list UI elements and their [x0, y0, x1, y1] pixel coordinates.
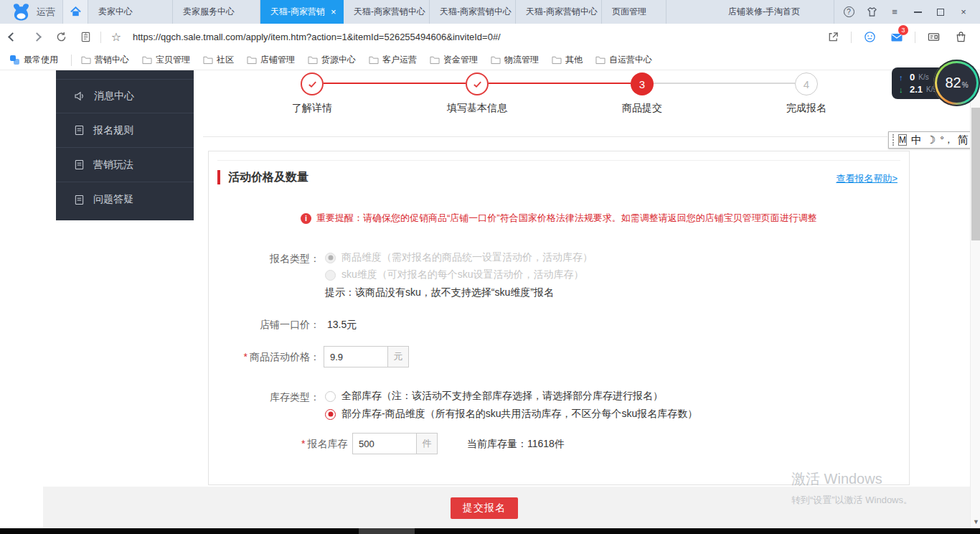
- list-price-label: 店铺一口价：: [209, 319, 320, 332]
- bookmark-folder-shop-mgmt[interactable]: 店铺管理: [240, 54, 301, 66]
- radio-selected[interactable]: [325, 409, 336, 420]
- tab-seller-center[interactable]: 卖家中心: [88, 0, 173, 24]
- bookmark-folder-other[interactable]: 其他: [545, 54, 589, 66]
- radio-disabled[interactable]: [325, 270, 336, 281]
- bookmark-most-used[interactable]: 最常使用: [0, 54, 68, 66]
- skin-icon[interactable]: [864, 4, 880, 20]
- ime-moon-icon[interactable]: ☽: [926, 134, 936, 146]
- stock-type-label: 库存类型：: [209, 391, 320, 404]
- minimize-button[interactable]: [910, 4, 925, 20]
- scrollbar-thumb[interactable]: [971, 108, 980, 240]
- menu-icon[interactable]: ≡: [887, 4, 903, 20]
- bookmark-folder-marketing[interactable]: 营销中心: [75, 54, 136, 66]
- browser-window: 运营 卖家中心 卖家服务中心 天猫-商家营销 × 天猫-商家营销中心 天猫-商家…: [0, 0, 980, 534]
- sidebar-item-apply-rules[interactable]: 报名规则: [56, 113, 194, 148]
- folder-icon: [491, 55, 501, 65]
- stock-type-option-all: 全部库存（注：该活动不支持全部库存选择，请选择部分库存进行报名）: [325, 390, 663, 403]
- radio-disabled-selected[interactable]: [325, 253, 336, 263]
- apply-stock-input[interactable]: [352, 433, 417, 454]
- bookmark-folder-community[interactable]: 社区: [197, 54, 240, 66]
- favorite-star-icon[interactable]: ☆: [104, 24, 128, 50]
- warning-banner: i 重要提醒：请确保您的促销商品“店铺一口价”符合国家价格法律法规要求。如需调整…: [301, 212, 817, 225]
- folder-icon: [203, 55, 213, 65]
- tab-seller-service-center[interactable]: 卖家服务中心: [173, 0, 260, 24]
- bookmark-folder-items[interactable]: 宝贝管理: [136, 54, 197, 66]
- tab-tmall-marketing-active[interactable]: 天猫-商家营销 ×: [260, 0, 344, 24]
- memory-usage-ring[interactable]: 82 %: [933, 60, 980, 106]
- workbench-mode-label[interactable]: 运营: [37, 0, 55, 24]
- apply-type-label: 报名类型：: [209, 253, 320, 266]
- submit-button[interactable]: 提交报名: [451, 497, 518, 519]
- upload-speed-value: 0: [910, 72, 915, 83]
- close-button[interactable]: ×: [956, 4, 971, 20]
- share-icon[interactable]: [821, 27, 845, 48]
- bookmark-folder-logistics[interactable]: 物流管理: [484, 54, 545, 66]
- folder-icon: [81, 55, 91, 65]
- tab-shop-decoration[interactable]: 店铺装修-手淘首页: [718, 0, 834, 24]
- bookmark-folder-customer[interactable]: 客户运营: [362, 54, 423, 66]
- ime-mode-button[interactable]: M: [898, 134, 907, 146]
- ime-lang-button[interactable]: 中: [911, 134, 922, 147]
- tab-tmall-marketing-center-3[interactable]: 天猫-商家营销中心: [516, 0, 602, 24]
- ime-simplified-button[interactable]: 简: [958, 134, 969, 147]
- step-1-label: 了解详情: [262, 102, 362, 115]
- address-bar-right-icons: 3: [821, 27, 980, 48]
- current-stock-text: 当前库存量：11618件: [467, 438, 565, 451]
- refresh-button[interactable]: [49, 24, 73, 50]
- ime-drag-handle[interactable]: [892, 134, 894, 146]
- tab-tmall-marketing-center-2[interactable]: 天猫-商家营销中心: [430, 0, 516, 24]
- activity-price-label: *商品活动价格：: [209, 351, 320, 364]
- reader-mode-icon[interactable]: [73, 24, 98, 50]
- folder-icon: [247, 55, 257, 65]
- address-bar: ☆ https://qgch.sale.tmall.com/apply/item…: [0, 24, 980, 50]
- vertical-scrollbar[interactable]: ▼: [970, 70, 980, 528]
- back-button[interactable]: [0, 24, 24, 50]
- card-panel-icon[interactable]: [921, 27, 946, 48]
- activity-price-input[interactable]: [324, 346, 388, 367]
- mail-icon[interactable]: 3: [885, 27, 909, 48]
- download-speed-value: 2.1: [910, 84, 923, 95]
- radio-unselected[interactable]: [325, 391, 336, 402]
- upload-speed-unit: K/s: [918, 73, 928, 81]
- memory-percent-value: 82: [945, 75, 961, 91]
- url-text[interactable]: https://qgch.sale.tmall.com/apply/item.h…: [133, 32, 501, 42]
- help-icon[interactable]: ?: [841, 4, 857, 20]
- folder-icon: [142, 55, 152, 65]
- home-icon: [70, 6, 82, 18]
- most-used-icon: [10, 55, 19, 65]
- network-speed-widget[interactable]: ↑ 0 K/s ↓ 2.1 K/s 82 %: [892, 65, 980, 109]
- upload-arrow-icon: ↑: [899, 73, 906, 82]
- list-price-value: 13.5元: [327, 319, 357, 332]
- ime-language-bar[interactable]: M 中 ☽ °， 简: [888, 131, 978, 149]
- sidebar-item-message-center[interactable]: 消息中心: [56, 79, 194, 113]
- page-content: 消息中心 报名规则 营销玩法 问题答疑: [0, 70, 980, 534]
- ime-punct-button[interactable]: °，: [940, 134, 953, 146]
- smiley-account-icon[interactable]: [857, 27, 882, 48]
- maximize-button[interactable]: [933, 4, 948, 20]
- tab-tmall-marketing-center-1[interactable]: 天猫-商家营销中心: [344, 0, 430, 24]
- home-tab[interactable]: [62, 0, 88, 24]
- tab-close-icon[interactable]: ×: [331, 0, 336, 24]
- sidebar-item-faq[interactable]: 问题答疑: [56, 182, 194, 217]
- stock-type-option-partial: 部分库存-商品维度（所有报名的sku共用活动库存，不区分每个sku报名库存数）: [325, 408, 697, 421]
- bookmark-folder-self-run[interactable]: 自运营中心: [589, 54, 659, 66]
- shopping-bag-icon[interactable]: [948, 27, 973, 48]
- scrollbar-down-arrow[interactable]: ▼: [973, 518, 979, 525]
- windows-activation-watermark: 激活 Windows 转到“设置”以激活 Windows。: [791, 469, 913, 507]
- folder-icon: [369, 55, 379, 65]
- help-link[interactable]: 查看报名帮助>: [836, 172, 897, 185]
- check-icon: [307, 79, 318, 90]
- folder-icon: [595, 55, 606, 65]
- tab-gap: [666, 0, 718, 24]
- speaker-icon: [74, 90, 85, 102]
- section-accent-bar: [217, 170, 220, 184]
- bookmark-folder-funds[interactable]: 资金管理: [423, 54, 484, 66]
- section-title: 活动价格及数量: [228, 170, 308, 185]
- warning-text: 重要提醒：请确保您的促销商品“店铺一口价”符合国家价格法律法规要求。如需调整请返…: [316, 212, 817, 225]
- forward-button[interactable]: [24, 24, 49, 50]
- tab-page-management[interactable]: 页面管理: [602, 0, 666, 24]
- bookmark-folder-supply[interactable]: 货源中心: [301, 54, 362, 66]
- sidebar-item-marketing-play[interactable]: 营销玩法: [56, 148, 194, 182]
- qianniu-logo-icon[interactable]: [11, 2, 31, 22]
- watermark-line1: 激活 Windows: [791, 469, 913, 489]
